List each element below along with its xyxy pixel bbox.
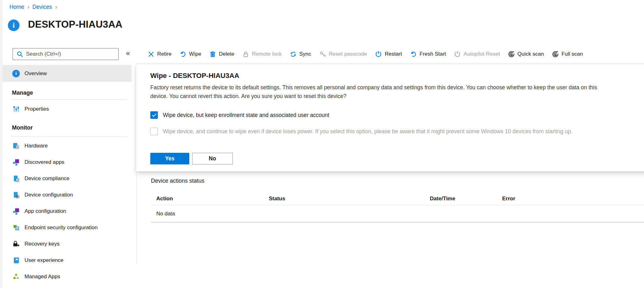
- sidebar-item-label: Discovered apps: [25, 159, 64, 165]
- yes-button[interactable]: Yes: [150, 153, 189, 164]
- sidebar-item-device-configuration[interactable]: Device configuration: [3, 187, 131, 203]
- sidebar-item-endpoint-security-configuration[interactable]: Endpoint security configuration: [3, 219, 131, 236]
- sidebar-section-manage: Manage: [3, 89, 131, 97]
- column-header-action: Action: [156, 196, 269, 202]
- dialog-body: Factory reset returns the device to its …: [150, 83, 644, 101]
- dialog-body-line: device. You cannot revert this action. A…: [150, 92, 644, 101]
- power-icon: [375, 51, 382, 58]
- info-icon: i: [8, 19, 19, 31]
- no-button[interactable]: No: [192, 153, 233, 164]
- sidebar-item-hardware[interactable]: Hardware: [3, 138, 131, 154]
- devices-icon: [12, 142, 20, 150]
- checkbox-label: Wipe device, and continue to wipe even i…: [163, 128, 573, 135]
- sidebar-item-label: App configuration: [25, 208, 66, 214]
- toolbar-button-quick-scan[interactable]: Quick scan: [508, 51, 544, 58]
- sidebar-item-device-compliance[interactable]: Device compliance: [3, 170, 131, 187]
- lock-icon: [242, 51, 249, 58]
- x-icon: [148, 51, 154, 58]
- device-check-icon: [12, 174, 20, 183]
- toolbar-button-restart[interactable]: Restart: [375, 51, 402, 58]
- sidebar-item-user-experience[interactable]: User experience: [3, 252, 131, 269]
- page-title: DESKTOP-HIAU3AA: [28, 19, 122, 30]
- breadcrumb-link-home[interactable]: Home: [9, 4, 24, 10]
- power-icon: [454, 51, 461, 58]
- scan-icon: [552, 51, 559, 58]
- page-header: i DESKTOP-HIAU3AA: [8, 18, 122, 31]
- device-gear-icon: [12, 191, 20, 199]
- notebook-icon: [12, 256, 20, 264]
- key-icon: [319, 51, 326, 58]
- scan-icon: [508, 51, 515, 58]
- undo-icon: [180, 51, 186, 58]
- column-header-datetime: Date/Time: [430, 196, 502, 202]
- status-heading: Device actions status: [151, 177, 204, 185]
- sidebar-item-overview[interactable]: i Overview: [3, 65, 131, 82]
- sidebar-item-label: Device compliance: [25, 175, 69, 182]
- wipe-continue-power-option: Wipe device, and continue to wipe even i…: [150, 128, 644, 135]
- sidebar-item-properties[interactable]: Properties: [3, 101, 131, 117]
- sidebar-item-label: User experience: [25, 257, 64, 263]
- wipe-keep-enrollment-option: Wipe device, but keep enrollment state a…: [150, 111, 644, 119]
- sidebar-item-label: Device configuration: [25, 192, 73, 198]
- section-divider: [12, 136, 126, 136]
- table-bottom-divider: [151, 222, 644, 223]
- sidebar-item-discovered-apps[interactable]: Discovered apps: [3, 154, 131, 170]
- dialog-title: Wipe - DESKTOP-HIAU3AA: [150, 72, 644, 80]
- table-header-divider: [151, 205, 644, 205]
- sidebar-item-label: Endpoint security configuration: [25, 224, 97, 231]
- apps-icon: [12, 158, 20, 166]
- checkbox-label: Wipe device, but keep enrollment state a…: [163, 112, 329, 119]
- sidebar-item-recovery-keys[interactable]: Recovery keys: [3, 236, 131, 252]
- sidebar-item-app-configuration[interactable]: App configuration: [3, 203, 131, 219]
- sidebar-item-label: Hardware: [25, 143, 48, 149]
- dialog-body-line: Factory reset returns the device to its …: [150, 83, 644, 92]
- cubes-icon: [12, 273, 20, 281]
- wipe-keep-checkbox[interactable]: [150, 111, 158, 119]
- breadcrumb: Home › Devices ›: [9, 4, 57, 10]
- device-actions-toolbar: Retire Wipe Delete Remote lock Sync Rese…: [148, 47, 583, 61]
- wipe-dialog: Wipe - DESKTOP-HIAU3AA Factory reset ret…: [136, 64, 644, 171]
- toolbar-button-full-scan[interactable]: Full scan: [552, 51, 583, 58]
- apps-icon: [12, 207, 20, 215]
- undo-icon: [410, 51, 417, 58]
- info-icon: i: [12, 69, 20, 78]
- sidebar-item-label: Recovery keys: [25, 241, 59, 247]
- column-header-error: Error: [502, 196, 578, 202]
- left-edge-strip: [0, 0, 3, 288]
- breadcrumb-separator-icon: ›: [55, 4, 57, 10]
- sliders-icon: [12, 105, 20, 113]
- security-grid-icon: [12, 224, 20, 232]
- section-divider: [12, 99, 126, 100]
- lock-arrow-icon: [12, 240, 20, 248]
- toolbar-divider: [137, 63, 644, 64]
- sidebar: i Overview Manage Properties Monitor Har…: [3, 35, 131, 285]
- column-header-status: Status: [269, 196, 430, 202]
- toolbar-button-delete[interactable]: Delete: [209, 51, 234, 58]
- dialog-buttons: Yes No: [150, 153, 644, 164]
- wipe-power-checkbox[interactable]: [150, 128, 158, 135]
- toolbar-button-remote-lock: Remote lock: [242, 51, 281, 58]
- toolbar-button-autopilot-reset: Autopilot Reset: [454, 51, 500, 58]
- toolbar-button-wipe[interactable]: Wipe: [180, 51, 201, 58]
- toolbar-button-sync[interactable]: Sync: [290, 51, 311, 58]
- toolbar-button-retire[interactable]: Retire: [148, 51, 171, 58]
- toolbar-button-reset-passcode: Reset passcode: [319, 51, 367, 58]
- trash-icon: [209, 51, 216, 58]
- status-table-header: Action Status Date/Time Error: [156, 192, 578, 205]
- sync-icon: [290, 51, 297, 58]
- sidebar-item-label: Managed Apps: [25, 274, 60, 280]
- no-data-row: No data: [156, 205, 175, 222]
- sidebar-section-monitor: Monitor: [3, 124, 131, 132]
- sidebar-item-managed-apps[interactable]: Managed Apps: [3, 269, 131, 285]
- sidebar-item-label: Overview: [25, 70, 47, 77]
- sidebar-item-label: Properties: [25, 106, 49, 112]
- breadcrumb-separator-icon: ›: [27, 4, 29, 10]
- toolbar-button-fresh-start[interactable]: Fresh Start: [410, 51, 446, 58]
- breadcrumb-link-devices[interactable]: Devices: [32, 4, 52, 10]
